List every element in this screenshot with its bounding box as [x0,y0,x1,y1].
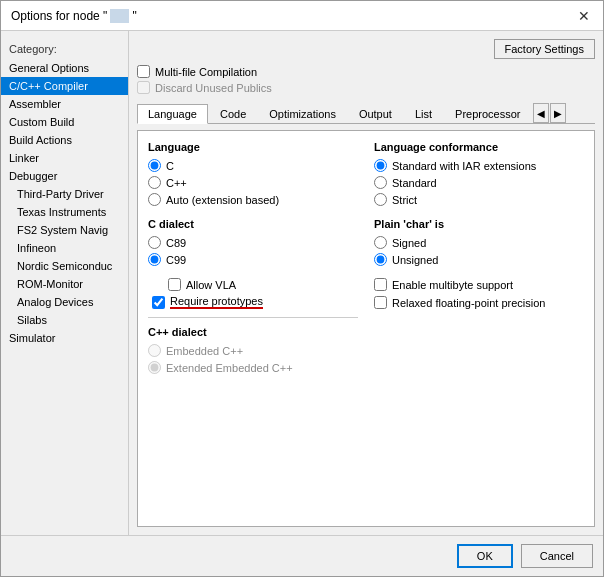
sidebar-item-build-actions[interactable]: Build Actions [1,131,128,149]
dialog-body: Category: General Options C/C++ Compiler… [1,31,603,535]
discard-unused-checkbox[interactable] [137,81,150,94]
c-dialect-section-title: C dialect [148,218,358,230]
enable-multibyte-label: Enable multibyte support [392,279,513,291]
c89-row: C89 [148,236,358,249]
unsigned-row: Unsigned [374,253,584,266]
lang-auto-radio[interactable] [148,193,161,206]
lang-auto-label: Auto (extension based) [166,194,279,206]
right-column: Language conformance Standard with IAR e… [374,141,584,516]
sidebar-item-rom-monitor[interactable]: ROM-Monitor [1,275,128,293]
embedded-cpp-radio[interactable] [148,344,161,357]
c99-row: C99 [148,253,358,266]
multi-file-label: Multi-file Compilation [155,66,257,78]
sidebar-item-linker[interactable]: Linker [1,149,128,167]
sidebar-item-cc-compiler[interactable]: C/C++ Compiler [1,77,128,95]
lang-c-radio[interactable] [148,159,161,172]
language-radio-group: C C++ Auto (extension based) [148,159,358,206]
sidebar-item-general-options[interactable]: General Options [1,59,128,77]
close-button[interactable]: ✕ [575,7,593,25]
title-prefix: Options for node " [11,9,107,23]
sidebar-item-infineon[interactable]: Infineon [1,239,128,257]
lang-cpp-row: C++ [148,176,358,189]
strict-label: Strict [392,194,417,206]
tab-list[interactable]: List [404,104,443,123]
std-iar-row: Standard with IAR extensions [374,159,584,172]
tab-output[interactable]: Output [348,104,403,123]
checkboxes-area: Multi-file Compilation Discard Unused Pu… [137,65,595,97]
dialect-separator [148,317,358,318]
sidebar-item-custom-build[interactable]: Custom Build [1,113,128,131]
extended-cpp-label: Extended Embedded C++ [166,362,293,374]
tab-preprocessor[interactable]: Preprocessor [444,104,531,123]
strict-radio[interactable] [374,193,387,206]
multi-file-checkbox[interactable] [137,65,150,78]
require-prototypes-row: Require prototypes [152,295,358,309]
signed-row: Signed [374,236,584,249]
c99-radio[interactable] [148,253,161,266]
allow-vla-row: Allow VLA [168,278,358,291]
extended-cpp-row: Extended Embedded C++ [148,361,358,374]
category-label: Category: [1,39,128,59]
ok-button[interactable]: OK [457,544,513,568]
embedded-cpp-label: Embedded C++ [166,345,243,357]
signed-radio[interactable] [374,236,387,249]
relaxed-fp-row: Relaxed floating-point precision [374,296,584,309]
language-section-title: Language [148,141,358,153]
title-text: Options for node " " [11,9,137,23]
main-area: Factory Settings Multi-file Compilation … [129,31,603,535]
allow-vla-label: Allow VLA [186,279,236,291]
tab-nav-prev[interactable]: ◀ [533,103,549,123]
cpp-dialect-radio-group: Embedded C++ Extended Embedded C++ [148,344,358,374]
sidebar-item-third-party[interactable]: Third-Party Driver [1,185,128,203]
content-area: Language C C++ Auto (extension based) [137,130,595,527]
lang-c-row: C [148,159,358,172]
std-iar-label: Standard with IAR extensions [392,160,536,172]
tab-code[interactable]: Code [209,104,257,123]
std-iar-radio[interactable] [374,159,387,172]
left-column: Language C C++ Auto (extension based) [148,141,358,516]
tab-language[interactable]: Language [137,104,208,124]
require-prototypes-checkbox[interactable] [152,296,165,309]
dialog: Options for node " " ✕ Category: General… [0,0,604,577]
sidebar: Category: General Options C/C++ Compiler… [1,31,129,535]
discard-unused-row: Discard Unused Publics [137,81,595,94]
plain-char-radio-group: Signed Unsigned [374,236,584,266]
require-prototypes-label: Require prototypes [170,295,263,309]
sidebar-item-silabs[interactable]: Silabs [1,311,128,329]
lang-c-label: C [166,160,174,172]
signed-label: Signed [392,237,426,249]
title-node [110,9,129,23]
strict-row: Strict [374,193,584,206]
sidebar-item-simulator[interactable]: Simulator [1,329,128,347]
sidebar-item-debugger[interactable]: Debugger [1,167,128,185]
tab-nav-next[interactable]: ▶ [550,103,566,123]
title-bar: Options for node " " ✕ [1,1,603,31]
top-bar: Factory Settings [137,39,595,59]
enable-multibyte-row: Enable multibyte support [374,278,584,291]
lang-cpp-radio[interactable] [148,176,161,189]
multi-file-row: Multi-file Compilation [137,65,595,78]
standard-label: Standard [392,177,437,189]
title-suffix: " [132,9,136,23]
c-dialect-radio-group: C89 C99 [148,236,358,266]
discard-unused-label: Discard Unused Publics [155,82,272,94]
unsigned-label: Unsigned [392,254,438,266]
c89-radio[interactable] [148,236,161,249]
footer: OK Cancel [1,535,603,576]
tab-optimizations[interactable]: Optimizations [258,104,347,123]
embedded-cpp-row: Embedded C++ [148,344,358,357]
sidebar-item-fs2[interactable]: FS2 System Navig [1,221,128,239]
sidebar-item-assembler[interactable]: Assembler [1,95,128,113]
sidebar-item-analog[interactable]: Analog Devices [1,293,128,311]
allow-vla-checkbox[interactable] [168,278,181,291]
relaxed-fp-checkbox[interactable] [374,296,387,309]
sidebar-item-texas[interactable]: Texas Instruments [1,203,128,221]
unsigned-radio[interactable] [374,253,387,266]
sidebar-item-nordic[interactable]: Nordic Semiconduc [1,257,128,275]
extended-cpp-radio[interactable] [148,361,161,374]
standard-radio[interactable] [374,176,387,189]
factory-settings-button[interactable]: Factory Settings [494,39,595,59]
cancel-button[interactable]: Cancel [521,544,593,568]
cpp-dialect-section-title: C++ dialect [148,326,358,338]
enable-multibyte-checkbox[interactable] [374,278,387,291]
